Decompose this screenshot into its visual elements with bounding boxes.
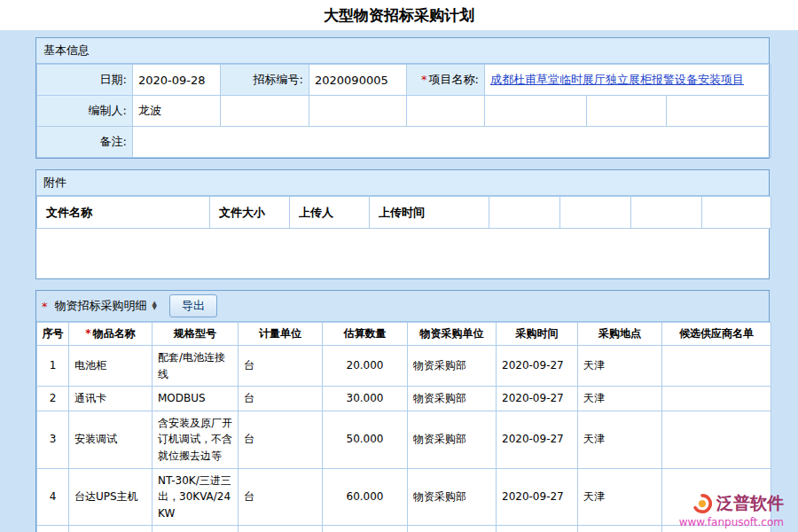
required-mark: * xyxy=(421,73,427,86)
table-row: 2通讯卡MODBUS台30.000物资采购部2020-09-27天津 xyxy=(37,387,771,411)
detail-cell: 20.000 xyxy=(323,346,408,387)
required-mark: * xyxy=(42,300,48,313)
detail-cell: 12V/100AH xyxy=(153,526,239,532)
detail-cell: 天津 xyxy=(578,411,662,468)
table-row: 4台达UPS主机NT-30K/三进三出，30KVA/24KW台60.000物资采… xyxy=(37,468,771,526)
page-title: 大型物资招标采购计划 xyxy=(324,5,474,26)
attachments-empty-area xyxy=(36,229,769,278)
project-name-link[interactable]: 成都杜甫草堂临时展厅独立展柜报警设备安装项目 xyxy=(490,73,744,86)
detail-cell: MODBUS xyxy=(153,387,239,411)
detail-cell: 5 xyxy=(37,526,69,532)
info-empty-cell xyxy=(221,96,309,127)
detail-col-header: 计量单位 xyxy=(239,323,323,346)
basic-info-section-title: 基本信息 xyxy=(36,38,769,64)
detail-cell: 30.000 xyxy=(323,387,408,411)
detail-cell: 2020-09-27 xyxy=(497,346,578,387)
detail-cell: 配套/电池连接线 xyxy=(153,346,239,387)
detail-cell: 安装调试 xyxy=(69,411,153,468)
info-empty-cell xyxy=(587,96,667,127)
table-row: 5蓄电池12V/100AH台90.000物资采购部2020-09-27天津 xyxy=(37,526,771,532)
detail-cell xyxy=(662,411,771,468)
info-empty-cell xyxy=(309,96,407,127)
attachment-col-header: 上传时间 xyxy=(370,197,489,229)
attachment-col-header: 文件名称 xyxy=(37,197,210,229)
brand-watermark: 泛普软件 www.fanpusoft.com xyxy=(679,492,784,528)
basic-info-table: 日期: 2020-09-28 招标编号: 2020090005 *项目名称: 成… xyxy=(36,64,771,158)
detail-cell: 60.000 xyxy=(323,468,408,526)
attachments-header-row: 文件名称文件大小上传人上传时间 xyxy=(37,197,771,229)
detail-cell: 2020-09-27 xyxy=(497,468,578,526)
detail-col-header: 物资采购单位 xyxy=(408,323,497,346)
detail-cell: 物资采购部 xyxy=(408,411,497,468)
detail-cell: 50.000 xyxy=(323,411,408,468)
detail-cell: 台 xyxy=(239,346,323,387)
sort-toggle-icon[interactable]: ▲▼ xyxy=(153,301,157,310)
detail-col-header: 估算数量 xyxy=(323,323,408,346)
info-empty-cell xyxy=(485,96,587,127)
detail-panel: * 物资招标采购明细 ▲▼ 导出 序号*物品名称规格型号计量单位估算数量物资采购… xyxy=(35,290,770,532)
attachment-col-header: 文件大小 xyxy=(210,197,290,229)
detail-cell: 1 xyxy=(37,346,69,387)
detail-cell: 4 xyxy=(37,468,69,526)
detail-col-header: 采购时间 xyxy=(497,323,578,346)
date-value: 2020-09-28 xyxy=(133,65,221,96)
date-label: 日期: xyxy=(37,65,133,96)
attachments-table: 文件名称文件大小上传人上传时间 xyxy=(36,196,771,229)
page-header: 大型物资招标采购计划 xyxy=(0,0,798,30)
detail-cell: 台 xyxy=(239,387,323,411)
author-value: 龙波 xyxy=(133,96,221,127)
detail-cell: 含安装及原厂开订机调试，不含就位搬去边等 xyxy=(153,411,239,468)
table-row: 1电池柜配套/电池连接线台20.000物资采购部2020-09-27天津 xyxy=(37,346,771,387)
content-area: 基本信息 日期: 2020-09-28 招标编号: 2020090005 *项目… xyxy=(0,30,798,532)
detail-cell: 电池柜 xyxy=(69,346,153,387)
table-row: 编制人: 龙波 xyxy=(37,96,771,127)
attachment-col-header xyxy=(560,197,631,229)
detail-cell: 台达UPS主机 xyxy=(69,468,153,526)
fanpu-logo-icon xyxy=(692,494,712,513)
detail-cell: 2020-09-27 xyxy=(497,411,578,468)
detail-cell: 物资采购部 xyxy=(408,526,497,532)
detail-cell: 蓄电池 xyxy=(69,526,153,532)
info-empty-cell xyxy=(407,96,485,127)
detail-cell: 天津 xyxy=(578,387,662,411)
detail-body: 1电池柜配套/电池连接线台20.000物资采购部2020-09-27天津2通讯卡… xyxy=(37,346,771,532)
detail-cell: 90.000 xyxy=(323,526,408,532)
detail-cell xyxy=(662,387,771,411)
required-mark: * xyxy=(85,327,90,340)
detail-cell: 天津 xyxy=(578,468,662,526)
detail-col-header: *物品名称 xyxy=(69,323,153,346)
detail-col-header: 候选供应商名单 xyxy=(662,323,771,346)
detail-table: 序号*物品名称规格型号计量单位估算数量物资采购单位采购时间采购地点候选供应商名单… xyxy=(36,322,771,532)
table-row: 3安装调试含安装及原厂开订机调试，不含就位搬去边等台50.000物资采购部202… xyxy=(37,411,771,468)
basic-info-panel: 基本信息 日期: 2020-09-28 招标编号: 2020090005 *项目… xyxy=(35,37,770,159)
detail-header-row: 序号*物品名称规格型号计量单位估算数量物资采购单位采购时间采购地点候选供应商名单 xyxy=(37,323,771,346)
detail-toolbar: * 物资招标采购明细 ▲▼ 导出 xyxy=(36,291,769,322)
detail-cell: 物资采购部 xyxy=(408,468,497,526)
attachment-col-header xyxy=(631,197,702,229)
project-label-text: 项目名称: xyxy=(429,73,479,86)
project-label: *项目名称: xyxy=(407,65,485,96)
detail-cell: 物资采购部 xyxy=(408,346,497,387)
detail-cell: 台 xyxy=(239,468,323,526)
bid-no-label: 招标编号: xyxy=(221,65,309,96)
detail-cell: NT-30K/三进三出，30KVA/24KW xyxy=(153,468,239,526)
detail-cell xyxy=(662,346,771,387)
detail-cell: 天津 xyxy=(578,346,662,387)
detail-col-header: 序号 xyxy=(37,323,69,346)
attachment-col-header xyxy=(489,197,560,229)
brand-url: www.fanpusoft.com xyxy=(679,516,784,528)
table-row: 备注: xyxy=(37,127,771,158)
detail-col-header: 规格型号 xyxy=(153,323,239,346)
detail-cell: 台 xyxy=(239,526,323,532)
project-value-cell: 成都杜甫草堂临时展厅独立展柜报警设备安装项目 xyxy=(485,65,771,96)
info-empty-cell xyxy=(667,96,771,127)
detail-col-header: 采购地点 xyxy=(578,323,662,346)
detail-cell: 2020-09-27 xyxy=(497,526,578,532)
detail-cell: 通讯卡 xyxy=(69,387,153,411)
attachments-panel: 附件 文件名称文件大小上传人上传时间 xyxy=(35,169,770,279)
detail-section-title: 物资招标采购明细 xyxy=(55,298,147,314)
detail-cell: 2020-09-27 xyxy=(497,387,578,411)
detail-cell: 天津 xyxy=(578,526,662,532)
bid-no-value: 2020090005 xyxy=(309,65,407,96)
export-button[interactable]: 导出 xyxy=(169,294,217,317)
